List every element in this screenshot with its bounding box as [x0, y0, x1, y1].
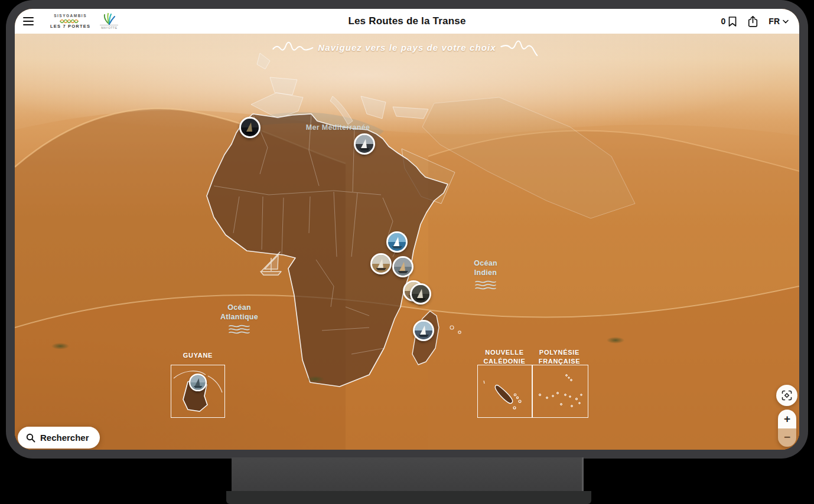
map-pin-maroc[interactable]: [239, 117, 261, 148]
mayotte-leaves-icon: [102, 13, 116, 25]
recenter-button[interactable]: [776, 385, 797, 406]
map-pin-madagascar[interactable]: [413, 320, 434, 351]
share-button[interactable]: [747, 15, 758, 28]
pin-photo: [392, 256, 413, 277]
squiggle-right-icon: [500, 37, 542, 57]
monitor-stand-base: [226, 491, 591, 504]
menu-hamburger-icon[interactable]: [23, 12, 41, 30]
bookmark-icon: [728, 16, 737, 27]
map-pin-ouganda[interactable]: [370, 253, 392, 284]
language-selector[interactable]: FR: [769, 17, 789, 26]
language-code: FR: [769, 17, 780, 26]
pin-photo: [354, 133, 375, 155]
monitor-stand-neck: [232, 457, 584, 491]
zoom-controls: + −: [778, 410, 796, 447]
map-pin-egypte[interactable]: [354, 133, 375, 164]
partner-logo-mayotte[interactable]: MAYOTTE: [100, 13, 118, 30]
pin-photo: [239, 117, 261, 138]
search-button[interactable]: Rechercher: [18, 427, 100, 449]
share-icon: [747, 15, 758, 28]
map-tagline: Naviguez vers le pays de votre choix: [272, 37, 542, 57]
map-pin-guyane[interactable]: [189, 374, 207, 400]
partner-label: MAYOTTE: [100, 25, 118, 30]
brand-bottom-label: LES 7 PORTES: [50, 24, 90, 29]
tagline-text: Naviguez vers le pays de votre choix: [318, 42, 496, 53]
tablet-frame: Naviguez vers le pays de votre choix Mer…: [6, 0, 808, 459]
bookmarks-button[interactable]: 0: [721, 16, 738, 27]
pin-photo: [370, 253, 392, 274]
brand-logo-sisygambis[interactable]: SISYGAMBIS LES 7 PORTES: [50, 14, 90, 29]
recenter-icon: [781, 390, 793, 401]
zoom-in-button[interactable]: +: [778, 410, 796, 428]
pin-photo: [386, 231, 408, 253]
zoom-out-button[interactable]: −: [778, 428, 796, 447]
search-label: Rechercher: [40, 433, 89, 443]
map-pins-layer: [15, 9, 799, 450]
magnifier-icon: [26, 433, 35, 443]
app-screen: Naviguez vers le pays de votre choix Mer…: [15, 9, 799, 450]
bookmark-count: 0: [721, 17, 726, 26]
app-title: Les Routes de la Transe: [289, 15, 525, 27]
pin-photo: [410, 283, 431, 305]
chevron-down-icon: [783, 19, 789, 24]
pin-photo: [413, 320, 434, 341]
pin-photo: [189, 374, 207, 391]
squiggle-left-icon: [272, 38, 314, 56]
map-pin-comores[interactable]: [410, 283, 431, 314]
topbar: SISYGAMBIS LES 7 PORTES MAYOTTE: [15, 9, 799, 34]
